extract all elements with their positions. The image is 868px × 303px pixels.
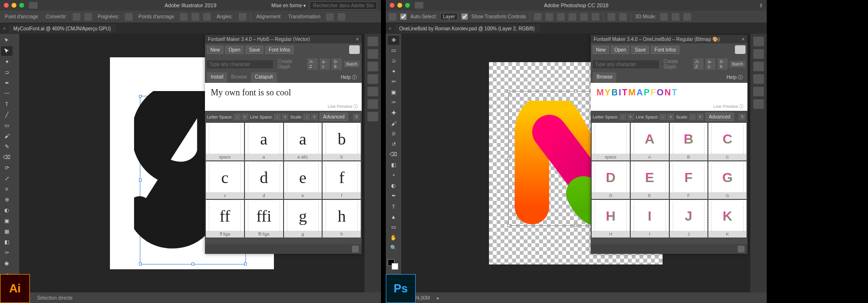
type-char-input[interactable] [207,60,273,68]
range-num[interactable]: 0-9 [718,58,728,70]
path-select-tool[interactable]: ▲ [388,212,399,222]
gradient-tool[interactable]: ◧ [1,237,13,247]
quick-select-tool[interactable]: ✦ [388,67,399,76]
font-info-button[interactable]: Font Infos [651,46,679,54]
range-num[interactable]: 0-9 [332,58,342,70]
rect-tool[interactable]: ▭ [1,120,13,130]
shaper-tool[interactable]: ✎ [1,142,13,151]
letter-minus[interactable]: - [620,114,626,120]
transform-panel-icon[interactable] [326,13,334,21]
shape-icon[interactable] [338,13,345,21]
add-anchor-icon[interactable] [180,13,188,21]
glyph-cell[interactable]: HH [592,200,630,237]
tab-catapult[interactable]: Catapult [251,72,276,83]
convert-smooth-icon[interactable] [84,13,92,21]
glyph-cell[interactable]: space [592,123,630,160]
align-left-icon[interactable] [534,13,542,21]
glyph-cell[interactable]: II [631,200,669,237]
glyph-cell[interactable]: KK [708,200,746,237]
pen-tool[interactable]: ✒ [388,192,399,201]
cloud-icon[interactable] [735,45,746,54]
align-mid-icon[interactable] [580,13,588,21]
brush-tool[interactable]: 🖌 [1,131,13,141]
eraser-tool[interactable]: ⌫ [388,150,399,159]
layers-panel-icon[interactable] [367,49,378,59]
cut-path-icon[interactable] [203,13,211,21]
selection-tool[interactable] [1,36,13,45]
range-uc[interactable]: A-Z [307,58,318,70]
zoom-tool[interactable]: 🔍 [388,244,399,253]
glyph-cell[interactable]: JJ [670,200,708,237]
maximize-icon[interactable] [405,3,410,8]
glyph-cell[interactable]: bb [323,123,361,160]
dist-h-icon[interactable] [608,13,615,21]
pen-tool[interactable]: ✒ [1,78,13,88]
direct-select-tool[interactable] [1,46,13,56]
scale-plus[interactable]: + [697,114,704,120]
close-icon[interactable] [390,3,394,8]
move-tool[interactable]: ✥ [388,36,399,45]
shape-builder-tool[interactable]: ◐ [1,205,13,215]
line-tool[interactable]: ╱ [1,110,13,119]
channels-panel-icon[interactable] [753,87,764,96]
crop-tool[interactable]: ✂ [388,77,399,86]
wand-tool[interactable]: ✦ [1,57,13,66]
share-icon[interactable]: ⇪ [759,3,763,8]
align-right-icon[interactable] [557,13,565,21]
create-glyph-button[interactable]: Create Glyph [661,58,691,70]
align-bottom-icon[interactable] [592,13,599,21]
glyph-cell[interactable]: AA [631,123,669,160]
help-link[interactable]: Help ⓘ [724,72,746,83]
line-plus[interactable]: + [667,114,674,120]
save-button[interactable]: Save [631,46,649,54]
save-button[interactable]: Save [245,46,263,54]
letter-minus[interactable]: - [234,114,241,120]
doc-tab[interactable]: OneLineBold by Roman Korolev.psd @ 100% … [394,25,540,33]
scale-minus[interactable]: - [303,114,310,120]
gradient-tool[interactable]: ◧ [388,160,399,170]
type-tool[interactable]: T [388,202,399,211]
glyph-cell[interactable]: FF [670,161,708,199]
angles-icon[interactable] [239,13,246,21]
blur-tool[interactable]: ∘ [388,171,399,180]
advanced-button[interactable]: Advanced [320,113,348,121]
glyph-cell[interactable]: DD [592,161,630,199]
scale-plus[interactable]: + [311,114,318,120]
maximize-icon[interactable] [19,3,24,8]
align-top-icon[interactable] [569,13,576,21]
glyph-cell[interactable]: ffiffi liga [245,200,283,237]
brush-tool[interactable]: 🖌 [388,119,399,128]
type-char-input[interactable] [593,60,659,68]
convert-corner-icon[interactable] [73,13,81,21]
auto-select-mode[interactable]: Layer [440,13,457,20]
open-button[interactable]: Open [225,46,244,54]
remove-anchor-icon[interactable] [191,13,199,21]
scale-tool[interactable]: ⤢ [1,173,13,183]
adjustments-panel-icon[interactable] [753,62,764,71]
range-batch[interactable]: Batch [344,61,360,67]
close-icon[interactable] [4,3,9,8]
advanced-button[interactable]: Advanced [705,113,733,121]
glyph-cell[interactable]: ffff liga [206,200,244,237]
hand-tool[interactable]: ✋ [388,233,399,242]
tab-browse[interactable]: Browse [227,72,251,83]
glyph-cell[interactable]: dd [245,161,283,199]
eyedropper-tool[interactable]: ✑ [1,248,13,257]
lasso-tool[interactable]: ⊃ [1,67,13,77]
font-info-button[interactable]: Font Infos [265,46,293,54]
fg-bg-color-icon[interactable] [388,259,399,270]
tab-install[interactable]: Install [207,72,227,83]
open-button[interactable]: Open [611,46,629,54]
new-button[interactable]: New [593,46,609,54]
cloud-icon[interactable] [349,45,360,54]
perspective-tool[interactable]: ▣ [1,216,13,225]
create-glyph-button[interactable]: Create Glyph [275,58,305,70]
help-icon[interactable]: ? [739,114,746,120]
handles-icon[interactable] [125,13,133,21]
search-stock-input[interactable] [310,1,377,10]
width-tool[interactable]: ≡ [1,184,13,194]
glyph-cell[interactable]: cc [206,161,244,199]
live-preview[interactable]: My own font is so cool [205,83,362,103]
libraries-panel-icon[interactable] [367,62,378,71]
panel-title[interactable]: Fontself Maker 3.4.0 – Hybi5 – Regular (… [205,35,362,43]
